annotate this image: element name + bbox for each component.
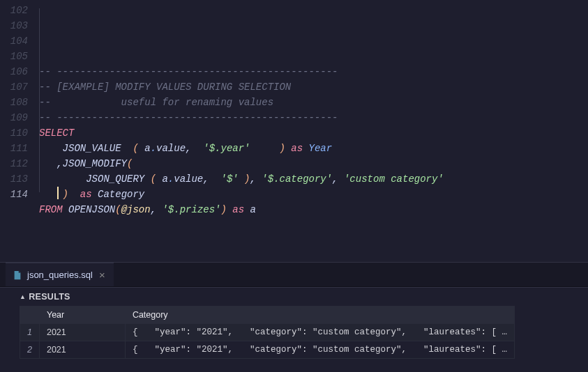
cell-category[interactable]: {"year": "2021","category": "custom cate… [125,341,514,359]
tab-close-icon[interactable]: × [98,269,107,281]
line-number: 109 [0,110,28,125]
col-header-category[interactable]: Category [125,307,514,324]
cell-category[interactable]: {"year": "2021","category": "custom cate… [125,324,514,341]
code-line[interactable]: -- useful for renaming values [39,95,588,110]
row-number: 2 [20,341,40,359]
rownum-header [20,307,40,324]
line-number: 113 [0,171,28,187]
code-line[interactable] [39,49,588,64]
results-header[interactable]: ▲ RESULTS [20,292,588,306]
tab-filename: json_queries.sql [27,270,93,280]
results-label: RESULTS [29,292,70,302]
line-number: 107 [0,79,28,95]
line-number: 114 [0,187,28,202]
line-number: 112 [0,156,28,171]
code-editor[interactable]: 102103104105106107108109110111112113114 … [0,0,588,262]
results-panel: ▲ RESULTS Year Category 12021{"year": "2… [0,287,588,372]
line-number: 111 [0,141,28,156]
table-row[interactable]: 12021{"year": "2021","category": "custom… [20,324,515,341]
tab-json-queries[interactable]: json_queries.sql × [6,263,114,286]
results-table: Year Category 12021{"year": "2021","cate… [20,306,515,359]
code-line[interactable]: JSON_QUERY ( a.value, '$' ), '$.category… [39,171,588,187]
code-line[interactable]: ) as Category [39,187,588,202]
code-line[interactable]: SELECT [39,125,588,141]
code-line[interactable]: ,JSON_MODIFY( [39,156,588,171]
collapse-triangle-icon[interactable]: ▲ [20,293,26,300]
table-row[interactable]: 22021{"year": "2021","category": "custom… [20,341,515,359]
code-line[interactable]: -- -------------------------------------… [39,110,588,125]
cell-year[interactable]: 2021 [39,341,125,359]
line-number: 110 [0,125,28,141]
line-number: 102 [0,3,28,18]
row-number: 1 [20,324,40,341]
text-cursor [57,187,59,199]
file-icon [13,270,22,280]
code-line[interactable] [39,217,588,233]
code-line[interactable]: -- -------------------------------------… [39,64,588,79]
code-line[interactable] [39,233,588,248]
line-number: 103 [0,18,28,33]
line-gutter: 102103104105106107108109110111112113114 [0,3,39,248]
code-line[interactable]: JSON_VALUE ( a.value, '$.year' ) as Year [39,141,588,156]
editor-tabbar: json_queries.sql × [0,262,588,287]
cell-year[interactable]: 2021 [39,324,125,341]
line-number: 108 [0,95,28,110]
line-number: 104 [0,33,28,49]
code-line[interactable]: -- [EXAMPLE] MODIFY VALUES DURING SELECT… [39,79,588,95]
indent-guide [39,8,40,192]
col-header-year[interactable]: Year [39,307,125,324]
code-line[interactable]: FROM OPENJSON(@json, '$.prizes') as a [39,202,588,217]
line-number: 106 [0,64,28,79]
code-area[interactable]: -- -------------------------------------… [39,3,588,248]
line-number: 105 [0,49,28,64]
